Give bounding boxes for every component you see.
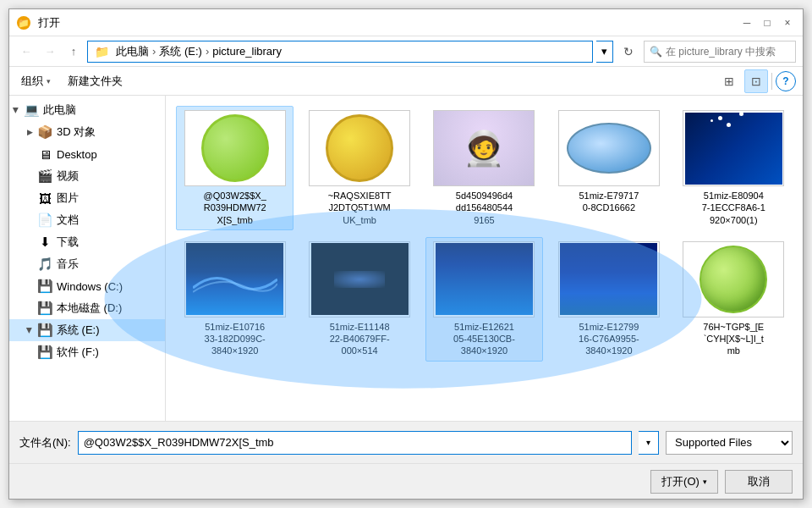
svg-point-2 xyxy=(433,241,535,318)
file-item-7[interactable]: 51miz-E1262105-45E130CB-3840×1920 xyxy=(425,237,543,362)
main-content: ▶ 💻 此电脑 ▶ 📦 3D 对象 🖥 Desktop 🎬 视频 xyxy=(9,96,803,421)
file-grid: @Q03W2$$X_R039HDMW72X[S_tmb ~RAQSXIE8TTJ… xyxy=(173,102,796,365)
thumb-visual-7 xyxy=(436,243,533,315)
open-dialog: 📁 打开 ─ □ × ← → ↑ 📁 此电脑 › 系统 (E:) › pictu… xyxy=(8,8,804,500)
thumbnail-7 xyxy=(433,241,535,318)
file-area: @Q03W2$$X_R039HDMW72X[S_tmb ~RAQSXIE8TTJ… xyxy=(166,96,803,421)
